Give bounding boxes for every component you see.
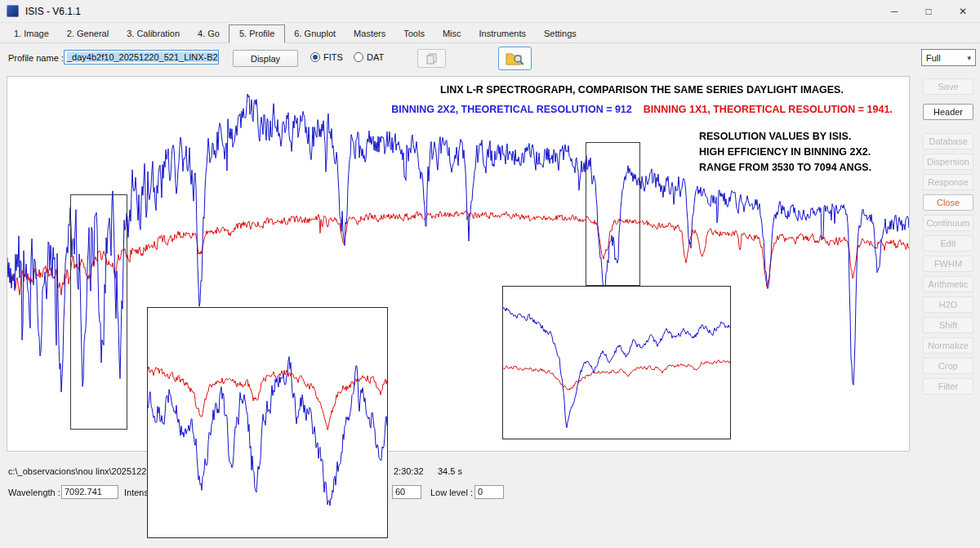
binning-2x2-label: BINNING 2X2, THEORETICAL RESOLUTION = 91… — [391, 104, 632, 115]
spectrum-chart: LINX L-R SPECTROGRAPH, COMPARISON THE SA… — [7, 76, 910, 452]
sidebar-button-header[interactable]: Header — [923, 104, 973, 120]
wavelength-input[interactable]: 7092.741 — [61, 485, 118, 499]
sidebar-button-normalize: Normalize — [923, 337, 973, 354]
sidebar-button-edit: Edit — [923, 235, 973, 252]
tab-5-profile[interactable]: 5. Profile — [229, 25, 285, 43]
copy-button[interactable] — [417, 49, 446, 68]
zoom-inset-1-canvas — [148, 308, 387, 537]
sidebar-button-h2o: H2O — [923, 296, 973, 313]
sidebar-button-shift: Shift — [923, 317, 973, 333]
zoom-region-2 — [586, 142, 640, 286]
sidebar-button-database: Database — [923, 133, 973, 149]
tab-1-image[interactable]: 1. Image — [5, 25, 58, 42]
fits-radio-label: FITS — [323, 52, 343, 62]
high-level-input[interactable]: 60 — [392, 485, 421, 499]
dat-radio[interactable]: DAT — [354, 52, 384, 62]
tab-masters[interactable]: Masters — [345, 25, 394, 42]
window-title: ISIS - V6.1.1 — [25, 6, 81, 17]
minimize-button[interactable]: ─ — [877, 0, 911, 23]
tab-misc[interactable]: Misc — [434, 25, 470, 42]
tab-strip: 1. Image2. General3. Calibration4. Go5. … — [0, 25, 980, 43]
tab-2-general[interactable]: 2. General — [58, 25, 118, 42]
sidebar-button-filter: Filter — [923, 378, 973, 394]
tab-4-go[interactable]: 4. Go — [189, 25, 229, 42]
low-level-label: Low level : — [430, 488, 473, 497]
tab-6-gnuplot[interactable]: 6. Gnuplot — [285, 25, 345, 42]
binning-labels: BINNING 2X2, THEORETICAL RESOLUTION = 91… — [344, 104, 940, 115]
browse-profile-button[interactable] — [498, 47, 532, 70]
app-icon — [7, 5, 19, 17]
low-level-input[interactable]: 0 — [474, 485, 504, 499]
sidebar-button-fwhm: FWHM — [923, 256, 973, 272]
tab-3-calibration[interactable]: 3. Calibration — [118, 25, 189, 42]
sidebar-button-dispersion: Dispersion — [923, 154, 973, 170]
dat-radio-dot-icon — [354, 52, 363, 62]
zoom-region-1 — [70, 194, 127, 430]
copy-icon — [426, 53, 438, 65]
sidebar-button-crop: Crop — [923, 358, 973, 374]
chart-title: LINX L-R SPECTROGRAPH, COMPARISON THE SA… — [344, 84, 940, 96]
profile-name-label: Profile name : — [8, 53, 64, 63]
profile-name-value: _day4b2f10_20251220_521_LINX-B2-10 — [67, 52, 219, 62]
toolbar: Profile name : _day4b2f10_20251220_521_L… — [0, 46, 980, 75]
sidebar-button-response: Response — [923, 174, 973, 190]
tab-settings[interactable]: Settings — [535, 25, 586, 42]
zoom-inset-2-canvas — [503, 287, 730, 439]
binning-1x1-label: BINNING 1X1, THEORETICAL RESOLUTION = 19… — [644, 104, 893, 115]
tab-tools[interactable]: Tools — [394, 25, 434, 42]
tab-instruments[interactable]: Instruments — [470, 25, 535, 42]
sidebar-button-arithmetic: Arithmetic — [923, 276, 973, 292]
dat-radio-label: DAT — [367, 52, 384, 62]
title-bar: ISIS - V6.1.1 ─ □ ✕ — [0, 0, 980, 23]
resolution-note: RESOLUTION VALUES BY ISIS. HIGH EFFICIEN… — [699, 129, 871, 176]
fits-radio-dot-icon — [310, 52, 320, 62]
wavelength-label: Wavelength : — [8, 488, 60, 497]
resolution-note-line2: HIGH EFFICIENCY IN BINNING 2X2. — [699, 145, 871, 160]
resolution-note-line3: RANGE FROM 3530 TO 7094 ANGS. — [699, 160, 871, 176]
sidebar-button-save: Save — [923, 78, 973, 95]
zoom-inset-1 — [147, 307, 388, 538]
sidebar-button-continuum: Continuum — [923, 215, 973, 231]
resolution-note-line1: RESOLUTION VALUES BY ISIS. — [699, 129, 871, 145]
fits-radio[interactable]: FITS — [310, 52, 343, 62]
folder-search-icon — [506, 51, 525, 67]
sidebar-button-close[interactable]: Close — [923, 194, 973, 211]
zoom-inset-2 — [502, 286, 731, 439]
status-time: 2:30:32 — [394, 466, 424, 476]
exposure-time: 34.5 s — [438, 466, 462, 476]
display-button[interactable]: Display — [233, 50, 298, 67]
profile-name-input[interactable]: _day4b2f10_20251220_521_LINX-B2-10 — [64, 50, 219, 65]
